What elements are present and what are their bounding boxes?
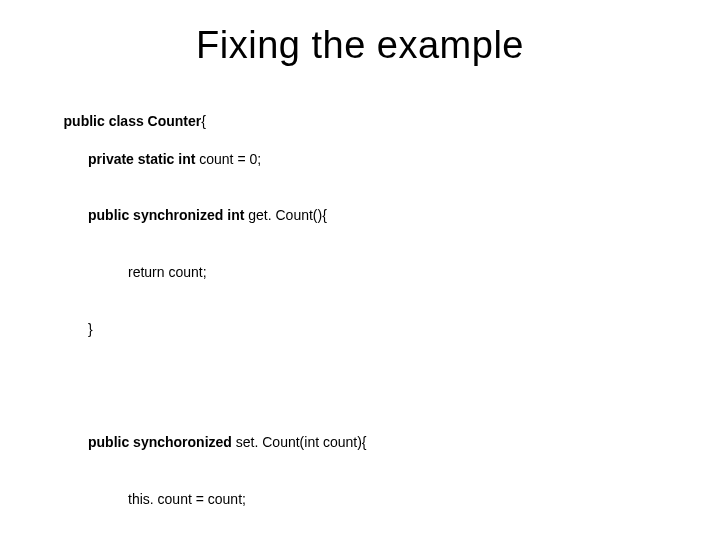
code-line-5: } [48, 320, 672, 339]
code-line-4: return count; [48, 263, 672, 282]
slide: Fixing the example public class Counter{… [0, 0, 720, 540]
code-line-2: private static int count = 0; [48, 150, 672, 169]
code-kw: public synchoronized [88, 434, 236, 450]
code-kw: public synchronized int [88, 207, 244, 223]
code-text: count = 0; [195, 151, 261, 167]
code-line-1: public class Counter{ [64, 113, 206, 129]
code-text: get. Count(){ [244, 207, 327, 223]
code-line-3: public synchronized int get. Count(){ [48, 206, 672, 225]
code-block: public class Counter{ private static int… [48, 93, 672, 540]
slide-title: Fixing the example [48, 24, 672, 67]
code-blank [48, 376, 672, 395]
code-line-7: this. count = count; [48, 490, 672, 509]
code-kw: public class Counter [64, 113, 202, 129]
code-text: { [201, 113, 206, 129]
code-text: set. Count(int count){ [236, 434, 367, 450]
code-kw: private static int [88, 151, 195, 167]
code-line-6: public synchoronized set. Count(int coun… [48, 433, 672, 452]
